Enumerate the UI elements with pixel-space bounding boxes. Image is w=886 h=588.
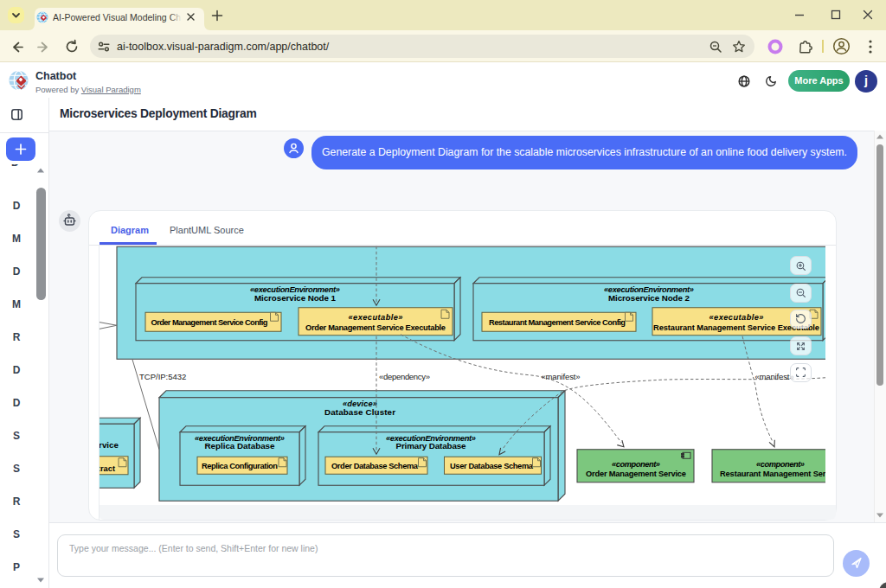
svg-text:Restaurant Management Service: Restaurant Management Service Config <box>489 317 626 326</box>
svg-text:Restaurant Management Service: Restaurant Management Service <box>720 470 825 478</box>
svg-text:Primary Database: Primary Database <box>396 441 467 451</box>
svg-text:TCP/IP:5432: TCP/IP:5432 <box>139 371 186 380</box>
svg-text:rvice: rvice <box>99 439 119 449</box>
svg-text:«manifest»: «manifest» <box>755 371 794 380</box>
svg-text:«component»: «component» <box>612 460 660 469</box>
svg-text:Microservice Node 2: Microservice Node 2 <box>608 293 690 303</box>
svg-text:«executable»: «executable» <box>349 313 403 322</box>
svg-text:«executable»: «executable» <box>709 313 764 322</box>
svg-text:«dependency»: «dependency» <box>379 371 430 380</box>
svg-text:Microservice Node 1: Microservice Node 1 <box>254 293 337 303</box>
svg-text:User Database Schema: User Database Schema <box>450 462 534 470</box>
svg-text:Replica Configuration: Replica Configuration <box>202 462 278 470</box>
svg-text:Order Management Service Confi: Order Management Service Config <box>151 317 268 326</box>
svg-text:«manifest»: «manifest» <box>542 371 581 380</box>
svg-text:«component»: «component» <box>756 460 805 469</box>
svg-text:Database Cluster: Database Cluster <box>324 407 395 417</box>
svg-text:«executionEnvironment»: «executionEnvironment» <box>250 284 340 293</box>
svg-text:Order Management Service Execu: Order Management Service Executable <box>305 323 446 332</box>
svg-text:«executionEnvironment»: «executionEnvironment» <box>604 284 694 293</box>
svg-text:ntract: ntract <box>99 464 115 473</box>
svg-text:Replica Database: Replica Database <box>205 441 276 451</box>
svg-text:Order Management Service: Order Management Service <box>586 470 686 478</box>
svg-text:Order Database Schema: Order Database Schema <box>331 462 419 470</box>
